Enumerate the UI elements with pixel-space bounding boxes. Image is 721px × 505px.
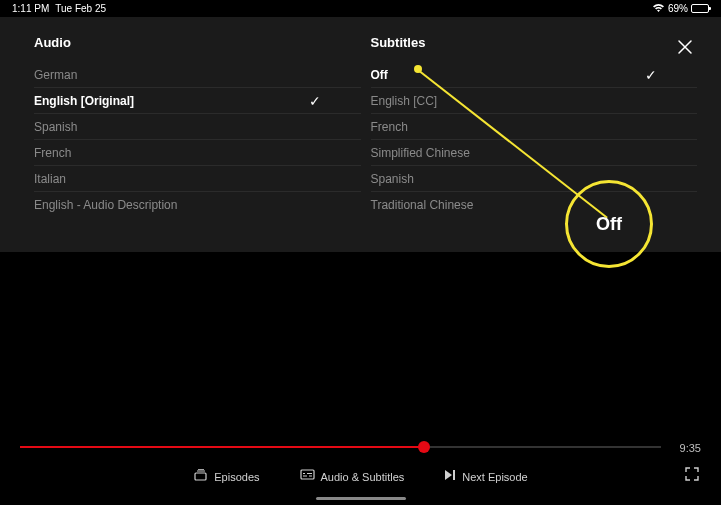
audio-option-label: Spanish	[34, 120, 77, 134]
subtitle-option-label: Traditional Chinese	[371, 198, 474, 212]
audio-option[interactable]: Italian✓	[34, 166, 361, 192]
next-episode-icon	[444, 469, 456, 484]
svg-rect-2	[453, 470, 455, 480]
audio-option-label: English - Audio Description	[34, 198, 177, 212]
audio-option[interactable]: Spanish✓	[34, 114, 361, 140]
time-remaining: 9:35	[680, 442, 701, 454]
subtitle-option[interactable]: Simplified Chinese✓	[371, 140, 698, 166]
audio-option[interactable]: English - Audio Description✓	[34, 192, 361, 218]
check-icon: ✓	[645, 67, 657, 83]
battery-percent: 69%	[668, 3, 688, 14]
audio-option[interactable]: French✓	[34, 140, 361, 166]
subtitle-option-label: Spanish	[371, 172, 414, 186]
close-button[interactable]	[673, 35, 697, 64]
audio-option[interactable]: German✓	[34, 62, 361, 88]
audio-option-label: English [Original]	[34, 94, 134, 108]
subtitle-option-label: Off	[371, 68, 388, 82]
bottom-controls: Episodes Audio & Subtitles Next Episode	[0, 469, 721, 484]
episodes-icon	[193, 469, 208, 484]
episodes-button[interactable]: Episodes	[193, 469, 259, 484]
check-icon: ✓	[309, 93, 321, 109]
audio-heading: Audio	[34, 35, 361, 50]
subtitle-option-label: French	[371, 120, 408, 134]
audio-subtitles-panel: Audio German✓English [Original]✓Spanish✓…	[0, 17, 721, 252]
audio-option-label: French	[34, 146, 71, 160]
subtitles-heading: Subtitles	[371, 35, 698, 50]
audio-option-label: German	[34, 68, 77, 82]
wifi-icon	[652, 3, 665, 15]
progress-fill	[20, 446, 424, 448]
svg-rect-0	[195, 473, 206, 480]
progress-knob[interactable]	[418, 441, 430, 453]
progress-bar[interactable]	[20, 446, 661, 448]
audio-column: Audio German✓English [Original]✓Spanish✓…	[34, 35, 361, 242]
audio-subtitles-icon	[300, 469, 315, 484]
home-indicator[interactable]	[316, 497, 406, 500]
audio-option[interactable]: English [Original]✓	[34, 88, 361, 114]
episodes-label: Episodes	[214, 471, 259, 483]
fullscreen-button[interactable]	[685, 467, 699, 484]
subtitle-option-label: English [CC]	[371, 94, 438, 108]
subtitle-option[interactable]: Off✓	[371, 62, 698, 88]
status-date: Tue Feb 25	[55, 3, 106, 14]
next-episode-button[interactable]: Next Episode	[444, 469, 527, 484]
subtitle-option[interactable]: English [CC]✓	[371, 88, 698, 114]
svg-rect-1	[301, 470, 314, 479]
subtitle-option-label: Simplified Chinese	[371, 146, 470, 160]
next-episode-label: Next Episode	[462, 471, 527, 483]
battery-icon	[691, 4, 709, 13]
audio-subtitles-button[interactable]: Audio & Subtitles	[300, 469, 405, 484]
subtitle-option[interactable]: Traditional Chinese✓	[371, 192, 698, 218]
video-area[interactable]	[0, 252, 721, 505]
subtitle-option[interactable]: Spanish✓	[371, 166, 698, 192]
ios-status-bar: 1:11 PM Tue Feb 25 69%	[0, 0, 721, 17]
subtitles-column: Subtitles Off✓English [CC]✓French✓Simpli…	[361, 35, 698, 242]
audio-option-label: Italian	[34, 172, 66, 186]
audio-subtitles-label: Audio & Subtitles	[321, 471, 405, 483]
subtitle-option[interactable]: French✓	[371, 114, 698, 140]
status-time: 1:11 PM	[12, 3, 49, 14]
